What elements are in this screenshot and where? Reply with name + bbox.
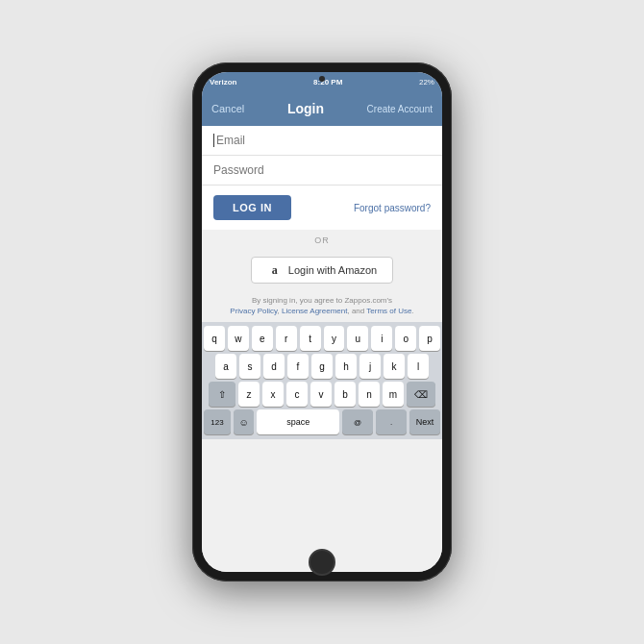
key-v[interactable]: v [310, 382, 332, 407]
amazon-section: a Login with Amazon [202, 251, 442, 289]
key-x[interactable]: x [262, 382, 284, 407]
button-row: LOG IN Forgot password? [202, 186, 442, 230]
password-input[interactable] [213, 163, 431, 177]
key-i[interactable]: i [371, 326, 392, 351]
key-d[interactable]: d [263, 354, 285, 379]
form-area: LOG IN Forgot password? [202, 126, 442, 230]
key-w[interactable]: w [228, 326, 249, 351]
key-k[interactable]: k [384, 354, 405, 379]
time-label: 8:20 PM [313, 78, 342, 87]
key-q[interactable]: q [204, 326, 225, 351]
status-bar: Verizon 8:20 PM 22% [202, 72, 442, 91]
numbers-key[interactable]: 123 [204, 409, 231, 434]
key-m[interactable]: m [383, 382, 404, 407]
key-z[interactable]: z [238, 382, 260, 407]
battery-label: 22% [419, 78, 434, 87]
phone-screen: Verizon 8:20 PM 22% Cancel Login Create … [202, 72, 442, 572]
key-f[interactable]: f [287, 354, 309, 379]
emoji-key[interactable]: ☺ [234, 409, 254, 434]
next-key[interactable]: Next [409, 409, 440, 434]
key-h[interactable]: h [335, 354, 357, 379]
key-a[interactable]: a [215, 354, 236, 379]
key-r[interactable]: r [276, 326, 297, 351]
email-input[interactable] [216, 134, 431, 147]
carrier-label: Verizon [210, 78, 236, 87]
key-u[interactable]: u [347, 326, 368, 351]
or-divider: OR [202, 230, 442, 251]
key-n[interactable]: n [359, 382, 380, 407]
nav-bar: Cancel Login Create Account [202, 91, 442, 126]
nav-title: Login [287, 101, 324, 116]
period-key[interactable]: . [376, 409, 407, 434]
home-button[interactable] [309, 549, 335, 576]
keyboard-row-2: a s d f g h j k l [204, 354, 440, 379]
phone-device: Verizon 8:20 PM 22% Cancel Login Create … [192, 62, 452, 582]
amazon-login-button[interactable]: a Login with Amazon [251, 257, 393, 284]
amazon-button-label: Login with Amazon [288, 264, 377, 276]
license-agreement-link[interactable]: License Agreement [282, 307, 348, 315]
key-y[interactable]: y [324, 326, 345, 351]
email-row [202, 126, 442, 156]
key-s[interactable]: s [239, 354, 260, 379]
cancel-button[interactable]: Cancel [211, 103, 244, 114]
privacy-policy-link[interactable]: Privacy Policy [230, 307, 277, 315]
key-b[interactable]: b [334, 382, 356, 407]
content-area: LOG IN Forgot password? OR a Login with … [202, 126, 442, 572]
keyboard-row-3: ⇧ z x c v b n m ⌫ [204, 382, 440, 407]
space-key[interactable]: space [257, 409, 339, 434]
shift-key[interactable]: ⇧ [209, 382, 235, 407]
delete-key[interactable]: ⌫ [407, 382, 435, 407]
key-j[interactable]: j [359, 354, 381, 379]
forgot-password-link[interactable]: Forgot password? [354, 203, 431, 213]
terms-text: By signing in, you agree to Zappos.com's… [202, 289, 442, 322]
key-e[interactable]: e [252, 326, 273, 351]
keyboard: q w e r t y u i o p a s d f g [202, 322, 442, 439]
cursor [213, 134, 214, 147]
key-c[interactable]: c [286, 382, 308, 407]
create-account-button[interactable]: Create Account [367, 104, 433, 114]
key-t[interactable]: t [300, 326, 321, 351]
key-g[interactable]: g [311, 354, 333, 379]
key-l[interactable]: l [408, 354, 429, 379]
front-camera [319, 76, 325, 82]
amazon-logo: a [267, 262, 283, 278]
password-row [202, 156, 442, 186]
login-button[interactable]: LOG IN [213, 195, 291, 220]
key-p[interactable]: p [419, 326, 440, 351]
key-o[interactable]: o [395, 326, 416, 351]
keyboard-row-bottom: 123 ☺ space @ . Next [204, 409, 440, 434]
keyboard-row-1: q w e r t y u i o p [204, 326, 440, 351]
at-key[interactable]: @ [342, 409, 373, 434]
terms-of-use-link[interactable]: Terms of Use [366, 307, 411, 315]
